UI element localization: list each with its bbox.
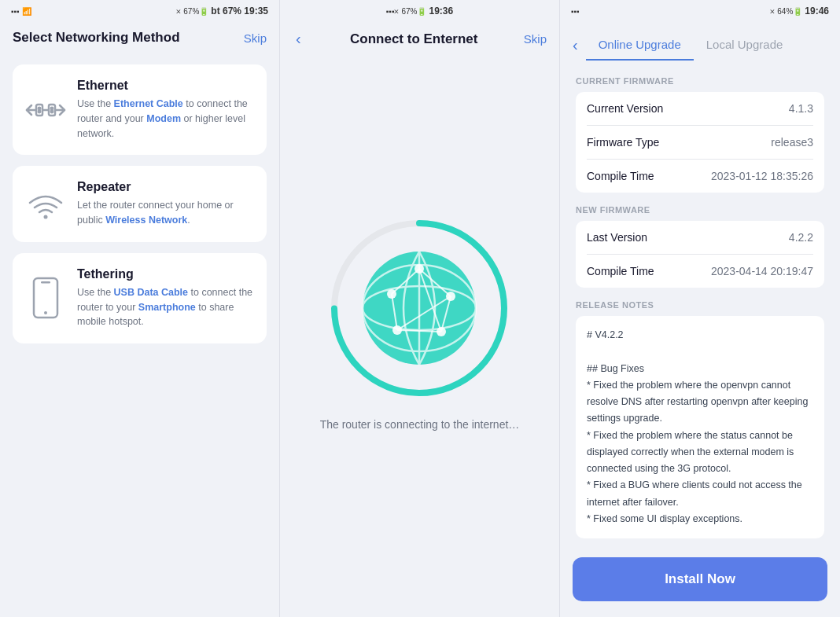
status-left-1: ▪▪▪ 📶	[11, 7, 31, 16]
compile-time-row-new: Compile Time 2023-04-14 20:19:47	[587, 255, 813, 288]
connecting-text: The router is connecting to the internet…	[320, 418, 520, 431]
tethering-option[interactable]: Tethering Use the USB Data Cable to conn…	[13, 253, 267, 343]
time-1: bt 67% 19:35	[211, 6, 268, 17]
firmware-type-value: release3	[771, 136, 813, 149]
battery-icon: 67%🔋	[183, 7, 208, 16]
time-2: 19:36	[429, 6, 453, 17]
globe-container	[325, 214, 514, 402]
last-version-label: Last Version	[587, 231, 647, 244]
progress-ring	[325, 214, 514, 402]
upgrade-content: CURRENT FIRMWARE Current Version 4.1.3 F…	[560, 61, 840, 557]
signal-icon-3: ▪▪▪	[571, 7, 580, 16]
panel-connect: ▪▪▪ ⨉ 67%🔋 19:36 ‹ Connect to Enternet S…	[280, 0, 560, 617]
new-firmware-block: Last Version 4.2.2 Compile Time 2023-04-…	[576, 221, 824, 288]
repeater-option[interactable]: Repeater Let the router connect your hom…	[13, 166, 267, 242]
compile-time-label-current: Compile Time	[587, 170, 654, 182]
panel-upgrade: ▪▪▪ ⨉ 64%🔋 19:46 ‹ Online Upgrade Local …	[560, 0, 840, 617]
panel1-header: Select Networking Method Skip	[0, 22, 279, 57]
svg-rect-9	[41, 281, 50, 284]
bt-icon: ⨉	[176, 6, 181, 16]
tethering-desc: Use the USB Data Cable to connect the ro…	[77, 285, 254, 329]
repeater-icon	[25, 184, 66, 225]
panel-networking: ▪▪▪ 📶 ⨉ 67%🔋 bt 67% 19:35 Select Network…	[0, 0, 280, 617]
compile-time-value-current: 2023-01-12 18:35:26	[711, 170, 813, 182]
repeater-name: Repeater	[77, 180, 254, 194]
compile-time-value-new: 2023-04-14 20:19:47	[711, 265, 813, 277]
tab-local-upgrade[interactable]: Local Upgrade	[694, 30, 796, 61]
battery-3: 64%🔋	[777, 7, 802, 16]
status-right-3: ⨉ 64%🔋 19:46	[770, 6, 829, 17]
current-firmware-label: CURRENT FIRMWARE	[576, 76, 824, 86]
current-version-row: Current Version 4.1.3	[587, 92, 813, 126]
tab-online-upgrade[interactable]: Online Upgrade	[586, 30, 694, 61]
current-version-value: 4.1.3	[789, 102, 813, 115]
tethering-icon	[25, 277, 66, 318]
wifi-status-icon: 📶	[22, 7, 31, 16]
ethernet-info: Ethernet Use the Ethernet Cable to conne…	[77, 79, 254, 141]
battery-2: 67%🔋	[401, 7, 426, 16]
svg-point-4	[39, 110, 40, 112]
svg-point-5	[51, 107, 53, 108]
tabs-header: ‹ Online Upgrade Local Upgrade	[560, 22, 840, 61]
ethernet-name: Ethernet	[77, 79, 254, 93]
current-firmware-block: Current Version 4.1.3 Firmware Type rele…	[576, 92, 824, 193]
release-notes-text: # V4.2.2 ## Bug Fixes * Fixed the proble…	[587, 327, 813, 527]
last-version-row: Last Version 4.2.2	[587, 221, 813, 255]
status-right-2: ⨉ 67%🔋 19:36	[394, 6, 453, 17]
time-3: 19:46	[805, 6, 829, 17]
connecting-area: The router is connecting to the internet…	[320, 59, 520, 617]
back-button-3[interactable]: ‹	[573, 36, 578, 54]
new-firmware-label: NEW FIRMWARE	[576, 205, 824, 215]
tethering-info: Tethering Use the USB Data Cable to conn…	[77, 267, 254, 329]
compile-time-row-current: Compile Time 2023-01-12 18:35:26	[587, 160, 813, 193]
status-bar-2: ▪▪▪ ⨉ 67%🔋 19:36	[375, 0, 464, 22]
compile-time-label-new: Compile Time	[587, 265, 654, 277]
status-left-2: ▪▪▪	[386, 7, 395, 16]
status-right-1: ⨉ 67%🔋 bt 67% 19:35	[176, 6, 268, 17]
repeater-info: Repeater Let the router connect your hom…	[77, 180, 254, 228]
current-version-label: Current Version	[587, 102, 663, 115]
svg-point-6	[51, 110, 53, 112]
release-notes-block: # V4.2.2 ## Bug Fixes * Fixed the proble…	[576, 316, 824, 538]
back-button-2[interactable]: ‹	[293, 30, 304, 48]
skip-button-2[interactable]: Skip	[524, 32, 547, 46]
release-notes-label: RELEASE NOTES	[576, 300, 824, 310]
tethering-name: Tethering	[77, 267, 254, 281]
bt-icon-3: ⨉	[770, 6, 775, 16]
ethernet-icon	[25, 90, 66, 130]
bt-icon-2: ⨉	[394, 6, 399, 16]
status-bar-3: ▪▪▪ ⨉ 64%🔋 19:46	[560, 0, 840, 22]
ethernet-desc: Use the Ethernet Cable to connect the ro…	[77, 97, 254, 141]
repeater-desc: Let the router connect your home or publ…	[77, 198, 254, 228]
ethernet-option[interactable]: Ethernet Use the Ethernet Cable to conne…	[13, 64, 267, 155]
network-options-list: Ethernet Use the Ethernet Cable to conne…	[0, 57, 279, 351]
signal-icon: ▪▪▪	[11, 7, 20, 16]
svg-point-7	[44, 215, 48, 219]
signal-icon-2: ▪▪▪	[386, 7, 395, 16]
skip-button-1[interactable]: Skip	[244, 31, 267, 45]
install-now-button[interactable]: Install Now	[573, 557, 827, 601]
last-version-value: 4.2.2	[789, 231, 813, 244]
panel2-header: ‹ Connect to Enternet Skip	[280, 22, 559, 59]
firmware-type-label: Firmware Type	[587, 136, 659, 149]
panel2-title: Connect to Enternet	[350, 31, 477, 47]
svg-point-3	[39, 107, 40, 108]
svg-point-10	[44, 311, 47, 314]
firmware-type-row: Firmware Type release3	[587, 126, 813, 160]
status-bar-1: ▪▪▪ 📶 ⨉ 67%🔋 bt 67% 19:35	[0, 0, 279, 22]
panel1-title: Select Networking Method	[13, 30, 180, 46]
status-left-3: ▪▪▪	[571, 7, 580, 16]
